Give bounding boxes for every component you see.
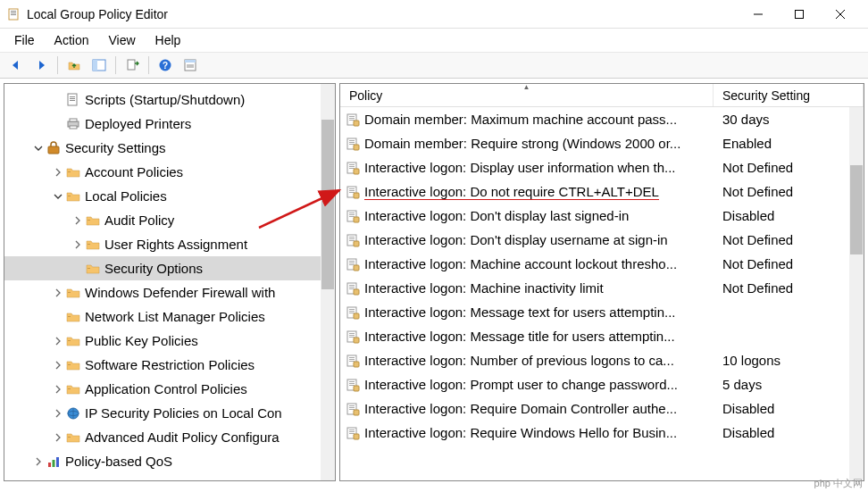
tree-item[interactable]: Software Restriction Policies <box>4 353 335 377</box>
list-row[interactable]: Interactive logon: Machine inactivity li… <box>340 276 864 300</box>
list-row[interactable]: Interactive logon: Machine account locko… <box>340 252 864 276</box>
tree-item[interactable]: Policy-based QoS <box>4 449 335 473</box>
menu-help[interactable]: Help <box>146 30 190 50</box>
cell-policy: Interactive logon: Prompt user to change… <box>340 377 714 392</box>
list-view[interactable]: Domain member: Maximum machine account p… <box>340 107 864 480</box>
watermark: php 中文网 <box>814 477 863 490</box>
menu-action[interactable]: Action <box>46 30 98 50</box>
list-row[interactable]: Interactive logon: Number of previous lo… <box>340 348 864 372</box>
tree-item-label: User Rights Assignment <box>104 237 247 252</box>
tree-item[interactable]: Scripts (Startup/Shutdown) <box>4 88 335 112</box>
tree-item[interactable]: Public Key Policies <box>4 329 335 353</box>
expander-icon[interactable] <box>51 165 65 179</box>
tree-item[interactable]: Network List Manager Policies <box>4 304 335 329</box>
svg-rect-109 <box>349 431 355 432</box>
tree-item[interactable]: Advanced Audit Policy Configura <box>4 425 335 449</box>
tree-item[interactable]: IP Security Policies on Local Con <box>4 401 335 425</box>
tree-item[interactable]: Account Policies <box>4 160 335 184</box>
expander-icon[interactable] <box>51 358 65 372</box>
list-row[interactable]: Interactive logon: Don't display usernam… <box>340 228 864 252</box>
svg-rect-104 <box>349 407 355 408</box>
tree-scrollbar[interactable] <box>321 84 335 480</box>
svg-rect-20 <box>70 100 75 101</box>
expander-icon[interactable] <box>51 406 65 421</box>
cell-setting: Not Defined <box>714 256 864 271</box>
expander-icon[interactable] <box>51 189 65 204</box>
main-content: Scripts (Startup/Shutdown)Deployed Print… <box>0 79 868 485</box>
sort-indicator-icon: ▲ <box>523 83 530 91</box>
column-header-policy[interactable]: Policy ▲ <box>340 84 714 106</box>
svg-rect-59 <box>349 190 355 191</box>
svg-rect-83 <box>349 309 355 310</box>
expander-icon[interactable] <box>71 213 85 228</box>
svg-rect-86 <box>354 313 359 319</box>
list-row[interactable]: Interactive logon: Message title for use… <box>340 324 864 348</box>
list-row[interactable]: Interactive logon: Prompt user to change… <box>340 372 864 396</box>
list-row[interactable]: Interactive logon: Require Windows Hello… <box>340 421 864 445</box>
list-row[interactable]: Domain member: Require strong (Windows 2… <box>340 131 864 155</box>
cell-setting: 30 days <box>714 112 864 127</box>
tree-view[interactable]: Scripts (Startup/Shutdown)Deployed Print… <box>4 84 335 480</box>
tree-pane: Scripts (Startup/Shutdown)Deployed Print… <box>4 83 336 481</box>
list-scrollbar[interactable] <box>849 107 864 480</box>
column-header-setting[interactable]: Security Setting <box>714 84 864 106</box>
menu-view[interactable]: View <box>99 30 144 50</box>
folder-icon <box>65 381 81 397</box>
policy-name: Interactive logon: Message text for user… <box>364 304 676 320</box>
expander-icon[interactable] <box>51 382 65 396</box>
tree-item[interactable]: Local Policies <box>4 184 335 208</box>
tree-item[interactable]: Application Control Policies <box>4 377 335 401</box>
tree-item[interactable]: Windows Defender Firewall with <box>4 280 335 304</box>
expander-icon[interactable] <box>31 141 46 155</box>
svg-rect-101 <box>354 386 359 391</box>
svg-rect-56 <box>354 169 359 174</box>
tree-item[interactable]: Security Options <box>4 256 335 280</box>
svg-rect-28 <box>88 244 90 245</box>
expander-icon[interactable] <box>51 286 65 300</box>
maximize-button[interactable] <box>779 1 820 28</box>
expander-icon[interactable] <box>51 430 65 445</box>
list-row[interactable]: Interactive logon: Don't display last si… <box>340 204 864 228</box>
svg-rect-39 <box>48 463 51 467</box>
tree-item[interactable]: Security Settings <box>4 136 335 160</box>
list-row[interactable]: Interactive logon: Message text for user… <box>340 300 864 324</box>
svg-rect-53 <box>349 164 355 165</box>
minimize-button[interactable] <box>738 1 779 28</box>
export-button[interactable] <box>121 54 143 76</box>
expander-spacer <box>51 117 65 131</box>
show-hide-tree-button[interactable] <box>88 54 110 76</box>
list-row[interactable]: Interactive logon: Do not require CTRL+A… <box>340 179 864 204</box>
forward-button[interactable] <box>30 54 52 76</box>
expander-icon[interactable] <box>71 238 85 252</box>
up-button[interactable] <box>63 54 85 76</box>
tree-item-label: Network List Manager Policies <box>85 309 265 324</box>
svg-rect-3 <box>11 14 16 15</box>
close-button[interactable] <box>820 1 861 28</box>
tree-item-label: Policy-based QoS <box>65 454 172 469</box>
expander-icon[interactable] <box>51 334 65 348</box>
tree-item-label: Software Restriction Policies <box>85 357 255 372</box>
cell-setting: 5 days <box>714 377 864 392</box>
help-button[interactable]: ? <box>154 54 176 76</box>
list-row[interactable]: Interactive logon: Display user informat… <box>340 155 864 179</box>
cell-setting: Not Defined <box>714 232 864 247</box>
svg-rect-81 <box>354 289 359 295</box>
svg-rect-63 <box>349 213 355 213</box>
svg-rect-40 <box>53 460 55 467</box>
tree-item-label: Public Key Policies <box>85 333 198 348</box>
expander-spacer <box>71 262 85 276</box>
svg-rect-17 <box>68 94 77 105</box>
list-row[interactable]: Domain member: Maximum machine account p… <box>340 107 864 131</box>
list-row[interactable]: Interactive logon: Require Domain Contro… <box>340 396 864 421</box>
menu-file[interactable]: File <box>5 30 44 50</box>
svg-rect-1 <box>11 11 16 12</box>
expander-icon[interactable] <box>31 454 46 469</box>
tree-item[interactable]: Deployed Printers <box>4 112 335 136</box>
folder-icon <box>65 309 81 325</box>
properties-button[interactable] <box>179 54 201 76</box>
svg-text:?: ? <box>163 61 168 71</box>
tree-item-label: Security Settings <box>65 140 166 155</box>
tree-item[interactable]: Audit Policy <box>4 208 335 232</box>
tree-item[interactable]: User Rights Assignment <box>4 232 335 256</box>
back-button[interactable] <box>5 54 27 76</box>
